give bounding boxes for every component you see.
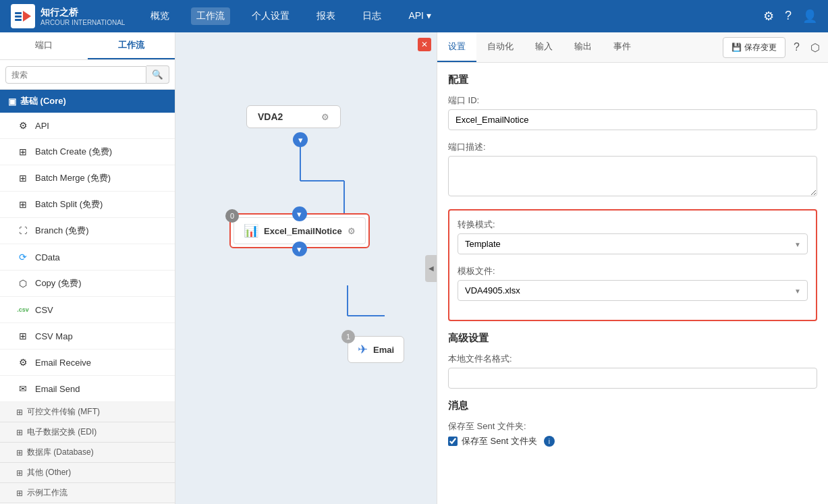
- transform-mode-select[interactable]: Template Direct Custom: [458, 233, 808, 254]
- api-icon: ⚙: [16, 119, 30, 132]
- section-mft[interactable]: ⊞ 可控文件传输 (MFT): [0, 402, 175, 422]
- save-changes-button[interactable]: 💾 保存变更: [723, 37, 785, 58]
- search-input[interactable]: [5, 66, 146, 84]
- section-core-label: 基础 (Core): [20, 95, 66, 107]
- top-nav: 知行之桥 ARCOUR INTERNATIONAL 概览 工作流 个人设置 报表…: [0, 0, 828, 32]
- settings-icon[interactable]: ⚙: [763, 9, 774, 24]
- right-panel: 设置 自动化 输入 输出 事件 💾 保存变更 ? ⬡ 配置 端口 ID:: [437, 32, 828, 504]
- message-title: 消息: [448, 399, 817, 412]
- sidebar-item-csv[interactable]: .csv CSV: [0, 297, 175, 323]
- sidebar-search-bar: 🔍: [0, 60, 175, 90]
- save-sent-checkbox[interactable]: [448, 437, 458, 446]
- tab-event[interactable]: 事件: [603, 32, 642, 62]
- vda2-node[interactable]: VDA2 ⚙: [246, 105, 341, 128]
- canvas-close-button[interactable]: ✕: [418, 38, 431, 51]
- advanced-section: 高级设置 本地文件名格式:: [448, 332, 817, 389]
- excel-node-wrapper: ▾ 0 📊 Excel_EmailNotice ⚙ ▾: [229, 213, 370, 248]
- port-id-input[interactable]: [448, 109, 817, 130]
- help-panel-icon[interactable]: ?: [791, 38, 802, 56]
- main-layout: 端口 工作流 🔍 ▣ 基础 (Core) ⚙ API ⊞ Batch Creat…: [0, 32, 828, 504]
- search-button[interactable]: 🔍: [146, 65, 169, 84]
- nav-icons: ⚙ ? 👤: [763, 9, 817, 24]
- tab-input[interactable]: 输入: [524, 32, 563, 62]
- sidebar-item-email-send[interactable]: ✉ Email Send: [0, 376, 175, 402]
- nav-personal[interactable]: 个人设置: [246, 7, 295, 25]
- transform-mode-group: 转换模式: Template Direct Custom: [458, 219, 808, 254]
- edi-icon: ⊞: [16, 428, 23, 437]
- panel-tabs: 设置 自动化 输入 输出 事件 💾 保存变更 ? ⬡: [437, 32, 828, 63]
- sidebar-item-batch-merge-label: Batch Merge (免费): [35, 172, 111, 184]
- sidebar-item-batch-create-label: Batch Create (免费): [35, 146, 112, 158]
- message-section: 消息 保存至 Sent 文件夹: 保存至 Sent 文件夹 i: [448, 399, 817, 447]
- section-other[interactable]: ⊞ 其他 (Other): [0, 463, 175, 483]
- canvas-area: ✕ VDA2 ⚙ ▾ ▾ 0 📊: [175, 32, 437, 504]
- sidebar-item-copy[interactable]: ⬡ Copy (免费): [0, 271, 175, 297]
- logo: 知行之桥 ARCOUR INTERNATIONAL: [11, 4, 125, 28]
- email-node[interactable]: 1 ✈ Emai: [348, 336, 404, 363]
- user-icon[interactable]: 👤: [802, 9, 817, 24]
- sidebar-item-cdata[interactable]: ⟳ CData: [0, 244, 175, 271]
- help-icon[interactable]: ?: [785, 9, 792, 24]
- example-icon: ⊞: [16, 488, 23, 498]
- config-section-title: 配置: [448, 74, 817, 86]
- port-desc-group: 端口描述:: [448, 141, 817, 198]
- node-badge: 0: [225, 209, 239, 223]
- sidebar-item-branch-label: Branch (免费): [35, 225, 88, 237]
- nav-log[interactable]: 日志: [357, 7, 387, 25]
- sidebar-item-email-send-label: Email Send: [35, 384, 80, 394]
- nav-workflow[interactable]: 工作流: [191, 7, 230, 25]
- port-desc-textarea[interactable]: [448, 156, 817, 196]
- template-file-select[interactable]: VDA4905.xlsx template1.xlsx template2.xl…: [458, 280, 808, 301]
- nav-report[interactable]: 报表: [311, 7, 341, 25]
- database-label: 数据库 (Database): [27, 447, 94, 458]
- excel-bottom-connector[interactable]: ▾: [292, 242, 307, 256]
- logo-text: 知行之桥: [40, 7, 125, 19]
- sidebar-tabs: 端口 工作流: [0, 32, 175, 60]
- vda2-gear-icon[interactable]: ⚙: [321, 112, 329, 122]
- sidebar-item-batch-merge[interactable]: ⊞ Batch Merge (免费): [0, 165, 175, 192]
- email-node-badge: 1: [341, 330, 355, 343]
- sidebar-item-api[interactable]: ⚙ API: [0, 113, 175, 139]
- nav-api[interactable]: API ▾: [403, 7, 436, 25]
- other-label: 其他 (Other): [27, 467, 71, 478]
- sidebar-item-branch[interactable]: ⛶ Branch (免费): [0, 218, 175, 244]
- section-edi[interactable]: ⊞ 电子数据交换 (EDI): [0, 422, 175, 443]
- expand-panel-icon[interactable]: ⬡: [808, 38, 823, 57]
- tab-output[interactable]: 输出: [563, 32, 603, 62]
- section-core[interactable]: ▣ 基础 (Core): [0, 90, 175, 113]
- panel-content: 配置 端口 ID: 端口描述: 转换模式: Template Direct: [437, 63, 828, 504]
- database-icon: ⊞: [16, 448, 23, 457]
- save-label: 保存变更: [744, 42, 777, 53]
- csv-icon: .csv: [16, 303, 30, 316]
- mft-label: 可控文件传输 (MFT): [27, 406, 100, 418]
- sidebar-item-batch-split[interactable]: ⊞ Batch Split (免费): [0, 192, 175, 218]
- canvas-collapse-button[interactable]: ◀: [425, 255, 437, 282]
- excel-gear-icon[interactable]: ⚙: [348, 226, 356, 236]
- batch-merge-icon: ⊞: [16, 171, 30, 185]
- sidebar-item-csv-map[interactable]: ⊞ CSV Map: [0, 323, 175, 349]
- section-example[interactable]: ⊞ 示例工作流: [0, 483, 175, 503]
- batch-create-icon: ⊞: [16, 145, 30, 159]
- nav-overview[interactable]: 概览: [145, 7, 175, 25]
- section-database[interactable]: ⊞ 数据库 (Database): [0, 443, 175, 463]
- tab-settings[interactable]: 设置: [437, 32, 476, 62]
- workflow-svg: [175, 32, 437, 504]
- port-id-label: 端口 ID:: [448, 94, 817, 107]
- excel-node[interactable]: 📊 Excel_EmailNotice ⚙: [233, 217, 366, 244]
- excel-top-connector[interactable]: ▾: [292, 206, 307, 221]
- sidebar-item-batch-create[interactable]: ⊞ Batch Create (免费): [0, 139, 175, 165]
- template-file-label: 模板文件:: [458, 265, 808, 277]
- sidebar-item-email-receive-label: Email Receive: [35, 358, 91, 368]
- sidebar-item-email-receive[interactable]: ⚙ Email Receive: [0, 349, 175, 376]
- tab-workflow[interactable]: 工作流: [88, 32, 175, 59]
- tab-port[interactable]: 端口: [0, 32, 88, 59]
- logo-subtext: ARCOUR INTERNATIONAL: [40, 19, 125, 26]
- tab-automation[interactable]: 自动化: [476, 32, 524, 62]
- sidebar-item-csv-label: CSV: [35, 305, 53, 315]
- transform-mode-select-wrapper: Template Direct Custom: [458, 233, 808, 254]
- excel-node-label: Excel_EmailNotice: [264, 226, 342, 236]
- email-send-icon: ✈: [358, 342, 368, 357]
- local-file-format-input[interactable]: [448, 368, 817, 389]
- vda2-bottom-connector[interactable]: ▾: [293, 132, 308, 147]
- save-sent-info-icon[interactable]: i: [544, 436, 555, 447]
